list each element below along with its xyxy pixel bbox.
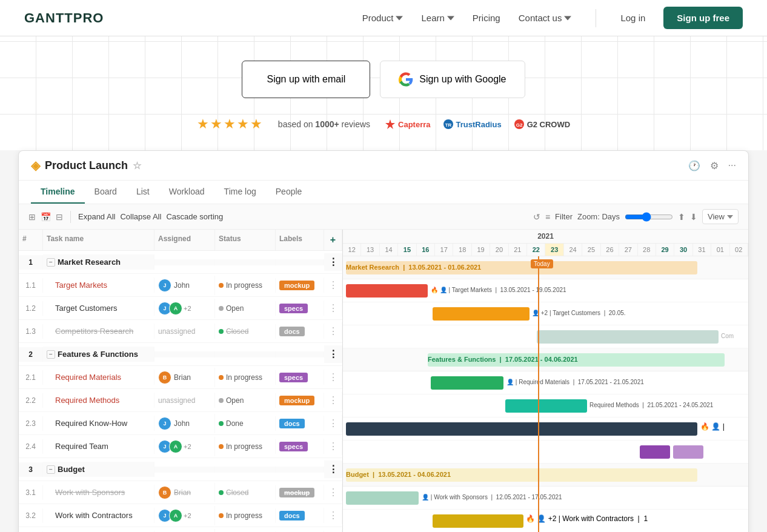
google-icon [399, 72, 413, 87]
filter-btn[interactable]: Filter [555, 212, 573, 221]
label-badge: docs [279, 327, 305, 336]
favorite-icon[interactable]: ☆ [133, 160, 141, 171]
nav-item-product[interactable]: Product [362, 13, 403, 23]
row-menu[interactable]: ⋮ [324, 322, 342, 340]
more-icon[interactable]: ··· [728, 160, 736, 171]
signup-email-button[interactable]: Sign up with email [242, 61, 370, 98]
export-icon[interactable]: ⬆ [678, 212, 685, 222]
row-menu[interactable]: ⋮ [324, 484, 342, 501]
download-icon[interactable]: ⬇ [690, 212, 697, 222]
gantt-bar-label: Com [721, 333, 734, 339]
expand-all-btn[interactable]: Expand All [78, 212, 115, 221]
label-badge: docs [279, 419, 305, 428]
chart-row-3-1: 👤 | Work with Sponsors | 12.05.2021 - 17… [343, 487, 748, 510]
table-icon[interactable]: ⊟ [56, 212, 63, 222]
login-link[interactable]: Log in [620, 13, 645, 23]
zoom-slider[interactable] [625, 212, 673, 222]
chart-rows: Today Market Research | 13.05.2021 - 01.… [343, 256, 748, 532]
date-cell: 19 [472, 244, 490, 256]
collapse-icon[interactable]: − [47, 258, 55, 267]
status-dot [219, 283, 224, 288]
row-menu[interactable]: ⋮ [324, 461, 342, 478]
status-dot [219, 421, 224, 426]
collapse-icon[interactable]: − [47, 465, 55, 474]
trustradius-icon: TR [443, 119, 454, 130]
nav-item-learn[interactable]: Learn [421, 13, 454, 23]
signup-button[interactable]: Sign up free [663, 7, 743, 29]
tab-people[interactable]: People [266, 181, 312, 204]
g2-icon: G2 [514, 119, 525, 130]
date-cell: 12 [343, 244, 361, 256]
navbar: GANTTPRO Product Learn Pricing Contact u… [0, 0, 767, 36]
chevron-down-icon [564, 15, 571, 22]
tab-board[interactable]: Board [85, 181, 127, 204]
col-add[interactable]: + [324, 230, 342, 250]
history-icon[interactable]: 🕐 [688, 160, 700, 171]
row-menu[interactable]: ⋮ [324, 253, 342, 271]
collapse-all-btn[interactable]: Collapse All [120, 212, 161, 221]
chart-row-1-1: 🔥 👤 | Target Markets | 13.05.2021 - 19.0… [343, 279, 748, 302]
col-taskname: Task name [43, 230, 154, 250]
gantt-bar [346, 491, 419, 505]
row-menu[interactable]: ⋮ [324, 530, 342, 532]
col-status: Status [215, 230, 276, 250]
avatar: A [169, 302, 182, 315]
avatar-group: J A +2 [158, 509, 211, 522]
gantt-bar-label: 🔥 👤 +2 | Work with Contractors | 1 [526, 514, 648, 523]
gantt-bar-label: Required Methods | 21.05.2021 - 24.05.20… [589, 402, 713, 408]
nav-links: Product Learn Pricing Contact us Log in … [362, 7, 743, 29]
date-cell: 21 [509, 244, 527, 256]
zoom-label: Zoom: Days [577, 212, 620, 221]
tab-timeline[interactable]: Timeline [31, 181, 85, 204]
today-marker [538, 256, 539, 532]
date-cell: 24 [564, 244, 582, 256]
date-cell: 26 [601, 244, 619, 256]
gantt-actions: 🕐 ⚙ ··· [688, 160, 736, 171]
date-cell: 27 [619, 244, 637, 256]
chart-row-3-2: 🔥 👤 +2 | Work with Contractors | 1 [343, 510, 748, 532]
table-row: 2.3 Required Know-How J John Done d [19, 412, 342, 435]
date-cell-highlight: 22 [527, 244, 545, 256]
gantt-title: ◈ Product Launch ☆ [31, 158, 141, 173]
signup-google-button[interactable]: Sign up with Google [380, 61, 525, 98]
row-menu[interactable]: ⋮ [324, 507, 342, 524]
avatar-group: J A +2 [158, 440, 211, 453]
status-dot [219, 444, 224, 449]
table-row: 1 − Market Research ⋮ [19, 251, 342, 274]
status-dot [219, 513, 224, 518]
status-dot [219, 375, 224, 380]
date-cell: 25 [582, 244, 600, 256]
col-assigned: Assigned [154, 230, 215, 250]
view-btn[interactable]: View [702, 209, 739, 224]
row-menu[interactable]: ⋮ [324, 414, 342, 432]
calendar-icon[interactable]: 📅 [41, 212, 51, 222]
nav-item-contact[interactable]: Contact us [519, 13, 572, 23]
tab-timelog[interactable]: Time log [214, 181, 266, 204]
chart-row-1-3: Com [343, 325, 748, 348]
cascade-btn[interactable]: Cascade sorting [166, 212, 223, 221]
collapse-icon[interactable]: − [47, 350, 55, 359]
filter-icon[interactable]: ≡ [545, 212, 550, 222]
gantt-bar-label: 👤 | Work with Sponsors | 12.05.2021 - 17… [422, 494, 562, 500]
chart-row-3: Budget | 13.05.2021 - 04.06.2021 [343, 464, 748, 487]
grid-view-icon[interactable]: ⊞ [28, 212, 36, 222]
row-menu[interactable]: ⋮ [324, 345, 342, 363]
avatar: B [158, 371, 171, 384]
row-menu[interactable]: ⋮ [324, 276, 342, 294]
tab-workload[interactable]: Workload [159, 181, 214, 204]
table-row: 1.2 Target Customers J A +2 Open [19, 297, 342, 320]
tab-list[interactable]: List [127, 181, 159, 204]
refresh-icon[interactable]: ↺ [533, 212, 540, 222]
settings-icon[interactable]: ⚙ [710, 160, 719, 171]
status-dot [219, 398, 224, 403]
nav-item-pricing[interactable]: Pricing [473, 13, 500, 23]
svg-marker-0 [385, 119, 395, 129]
avatar: A [169, 509, 182, 522]
label-badge: mockup [279, 396, 314, 405]
row-menu[interactable]: ⋮ [324, 368, 342, 386]
row-menu[interactable]: ⋮ [324, 437, 342, 455]
status-dot [219, 306, 224, 311]
chart-row-2: Features & Functions | 17.05.2021 - 04.0… [343, 348, 748, 371]
row-menu[interactable]: ⋮ [324, 299, 342, 317]
row-menu[interactable]: ⋮ [324, 391, 342, 409]
